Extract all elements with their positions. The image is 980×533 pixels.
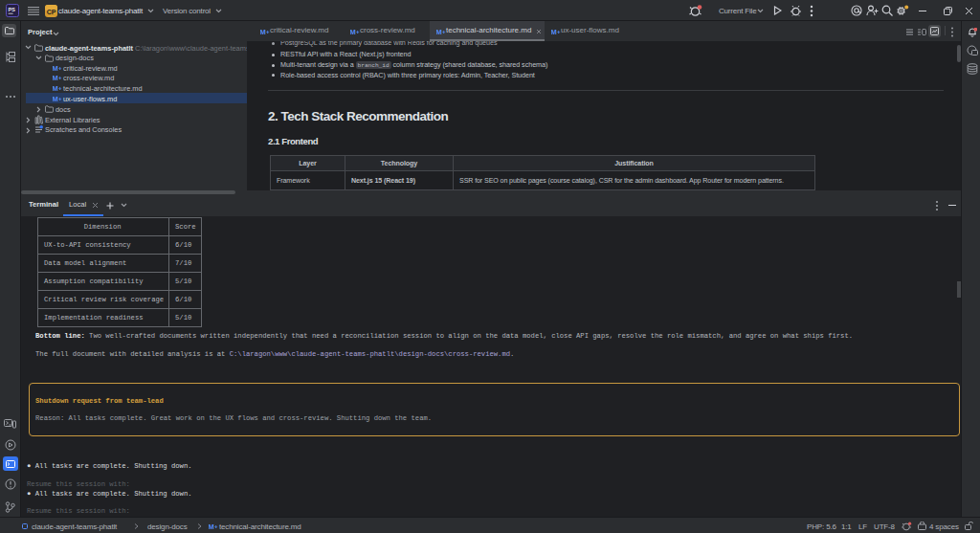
svg-text:M: M: [209, 522, 214, 530]
svg-text:M: M: [551, 28, 557, 35]
svg-text:PS: PS: [9, 7, 16, 12]
svg-text:M: M: [350, 28, 356, 35]
svg-text:M: M: [260, 28, 266, 35]
svg-text:M: M: [53, 74, 58, 81]
svg-text:M: M: [53, 64, 58, 72]
svg-text:CP: CP: [47, 8, 56, 14]
svg-text:M: M: [436, 28, 442, 35]
svg-text:M: M: [53, 95, 58, 102]
svg-text:M: M: [53, 84, 58, 92]
